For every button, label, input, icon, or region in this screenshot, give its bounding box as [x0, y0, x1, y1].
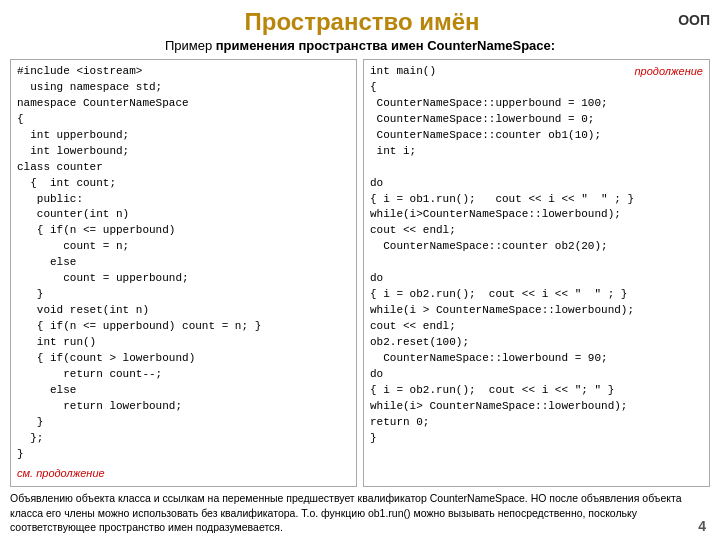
right-code-line-9: { i = ob1.run(); cout << i << " " ; } [370, 192, 703, 208]
left-code-line-17: { if(n <= upperbound) count = n; } [17, 319, 350, 335]
left-code-line-14: count = upperbound; [17, 271, 350, 287]
code-area: #include <iostream> using namespace std;… [10, 59, 710, 487]
continuation-label: продолжение [635, 64, 704, 80]
left-code-line-9: public: [17, 192, 350, 208]
right-code-line-24: } [370, 431, 703, 447]
left-code-line-19: { if(count > lowerbound) [17, 351, 350, 367]
subtitle-bold: применения пространства имен CounterName… [216, 38, 555, 53]
left-see-continuation: см. продолжение [17, 466, 350, 483]
left-code-line-4: { [17, 112, 350, 128]
right-code-line-5: CounterNameSpace::counter ob1(10); [370, 128, 703, 144]
right-code-line-12: CounterNameSpace::counter ob2(20); [370, 239, 703, 255]
left-code-line-24: }; [17, 431, 350, 447]
left-code-line-6: int lowerbound; [17, 144, 350, 160]
right-code-line-17: cout << endl; [370, 319, 703, 335]
right-code-line-10: while(i>CounterNameSpace::lowerbound); [370, 207, 703, 223]
left-code-panel: #include <iostream> using namespace std;… [10, 59, 357, 487]
page: Пространство имён ООП Пример применения … [0, 0, 720, 540]
right-code-line-11: cout << endl; [370, 223, 703, 239]
subtitle-plain: Пример [165, 38, 216, 53]
left-code-line-15: } [17, 287, 350, 303]
right-header-row: int main() продолжение [370, 64, 703, 80]
left-code-line-23: } [17, 415, 350, 431]
right-code-line-14: do [370, 271, 703, 287]
see-cont-label: см. продолжение [17, 467, 105, 479]
right-code-line-15: { i = ob2.run(); cout << i << " " ; } [370, 287, 703, 303]
left-code-line-3: namespace CounterNameSpace [17, 96, 350, 112]
left-code-line-12: count = n; [17, 239, 350, 255]
right-code-line-16: while(i > CounterNameSpace::lowerbound); [370, 303, 703, 319]
left-code-line-10: counter(int n) [17, 207, 350, 223]
left-code-line-16: void reset(int n) [17, 303, 350, 319]
right-code-line-2: { [370, 80, 703, 96]
right-code-line-8: do [370, 176, 703, 192]
right-code-line-4: CounterNameSpace::lowerbound = 0; [370, 112, 703, 128]
left-code-line-8: { int count; [17, 176, 350, 192]
left-code-line-2: using namespace std; [17, 80, 350, 96]
right-code-line-3: CounterNameSpace::upperbound = 100; [370, 96, 703, 112]
page-number: 4 [698, 518, 706, 534]
left-code-line-13: else [17, 255, 350, 271]
footer-note: Объявлению объекта класса и ссылкам на п… [10, 491, 710, 534]
right-code-line-19: CounterNameSpace::lowerbound = 90; [370, 351, 703, 367]
right-main-label: int main() [370, 64, 436, 80]
left-code-line-18: int run() [17, 335, 350, 351]
left-code-line-5: int upperbound; [17, 128, 350, 144]
right-code-line-23: return 0; [370, 415, 703, 431]
left-code-line-22: return lowerbound; [17, 399, 350, 415]
left-code-line-1: #include <iostream> [17, 64, 350, 80]
header-area: Пространство имён ООП [10, 8, 710, 36]
right-code-line-22: while(i> CounterNameSpace::lowerbound); [370, 399, 703, 415]
oop-badge: ООП [678, 12, 710, 28]
left-code-line-11: { if(n <= upperbound) [17, 223, 350, 239]
left-code-line-21: else [17, 383, 350, 399]
right-code-line-7 [370, 160, 703, 176]
left-code-line-20: return count--; [17, 367, 350, 383]
right-code-line-21: { i = ob2.run(); cout << i << "; " } [370, 383, 703, 399]
right-code-line-18: ob2.reset(100); [370, 335, 703, 351]
right-code-line-6: int i; [370, 144, 703, 160]
left-code-line-7: class counter [17, 160, 350, 176]
right-code-panel: int main() продолжение { CounterNameSpac… [363, 59, 710, 487]
page-title: Пространство имён [50, 8, 674, 36]
subtitle: Пример применения пространства имен Coun… [10, 38, 710, 53]
right-code-line-13 [370, 255, 703, 271]
left-code-line-25: } [17, 447, 350, 463]
right-code-line-20: do [370, 367, 703, 383]
